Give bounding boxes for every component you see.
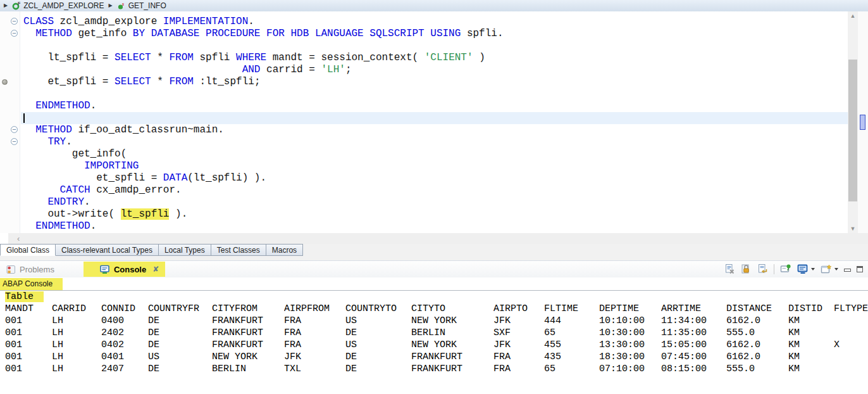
console-table-cell: FRA <box>493 351 544 363</box>
tab-console-label: Console <box>114 265 146 274</box>
code-line[interactable]: TRY. <box>21 136 848 148</box>
console-table-cell: KM <box>788 363 834 375</box>
display-selected-console-control[interactable] <box>797 264 815 274</box>
fold-collapse-icon[interactable]: − <box>11 18 18 25</box>
console-table-cell: 11:35:00 <box>661 327 726 339</box>
console-table-cell: 6162.0 <box>726 351 788 363</box>
vertical-scrollbar[interactable]: ▲ ▼ <box>848 11 858 233</box>
breadcrumb-item-class[interactable]: F ZCL_AMDP_EXPLORE <box>12 1 104 10</box>
vertical-scrollbar-thumb[interactable] <box>848 60 857 201</box>
console-table-header-row: MANDTCARRIDCONNIDCOUNTRYFRCITYFROMAIRPFR… <box>0 303 868 315</box>
console-table-cell: FRA <box>493 363 544 375</box>
console-table-cell: 07:45:00 <box>661 351 726 363</box>
console-table-row: 001LH0401USNEW YORKJFKDEFRANKFURTFRA4351… <box>0 351 868 363</box>
svg-text:F: F <box>18 1 21 6</box>
code-editor[interactable]: −−−− CLASS zcl_amdp_explore IMPLEMENTATI… <box>0 11 868 244</box>
console-table: MANDTCARRIDCONNIDCOUNTRYFRCITYFROMAIRPFR… <box>0 303 868 375</box>
fold-collapse-icon[interactable]: − <box>11 126 18 133</box>
fold-collapse-icon[interactable]: − <box>11 30 18 37</box>
code-line[interactable] <box>21 40 848 52</box>
code-line[interactable]: et_spfli = DATA(lt_spfli) ). <box>21 172 848 184</box>
fold-collapse-icon[interactable]: − <box>11 138 18 145</box>
console-table-cell: 10:30:00 <box>599 327 661 339</box>
breadcrumb: ▶ F ZCL_AMDP_EXPLORE ▶ s GET_INFO <box>0 0 868 12</box>
line-marker-dot-icon <box>2 79 8 85</box>
scroll-down-icon[interactable]: ▼ <box>848 224 858 233</box>
minimize-icon[interactable] <box>844 269 851 272</box>
cursor-position-marker[interactable] <box>860 115 865 130</box>
console-table-cell: 435 <box>544 351 599 363</box>
abap-method-icon: s <box>117 1 126 10</box>
code-area[interactable]: CLASS zcl_amdp_explore IMPLEMENTATION. M… <box>21 11 848 233</box>
code-line[interactable]: ENDTRY. <box>21 196 848 208</box>
console-table-cell: LH <box>52 339 101 351</box>
code-line[interactable]: out->write( lt_spfli ). <box>21 208 848 220</box>
close-icon[interactable]: ✘ <box>152 265 159 274</box>
console-table-cell: FRANKFURT <box>212 339 284 351</box>
code-line[interactable]: get_info( <box>21 148 848 160</box>
scroll-left-icon[interactable]: ‹ <box>17 233 20 244</box>
console-table-cell: 6162.0 <box>726 315 788 327</box>
show-console-on-output-icon[interactable] <box>757 264 768 274</box>
console-table-cell: US <box>148 351 212 363</box>
console-table-cell: KM <box>788 351 834 363</box>
console-icon <box>100 265 110 274</box>
console-table-cell: FRA <box>284 327 345 339</box>
code-line[interactable]: lt_spfli = SELECT * FROM spfli WHERE man… <box>21 52 848 64</box>
code-line[interactable]: et_spfli = SELECT * FROM :lt_spfli; <box>21 76 848 88</box>
scroll-up-icon[interactable]: ▲ <box>848 11 858 20</box>
console-output[interactable]: Table MANDTCARRIDCONNIDCOUNTRYFRCITYFROM… <box>0 291 868 394</box>
breadcrumb-item-method[interactable]: s GET_INFO <box>117 1 166 10</box>
chevron-right-icon[interactable]: ▶ <box>4 3 8 8</box>
console-table-cell: FRA <box>284 315 345 327</box>
open-console-icon[interactable] <box>821 264 832 274</box>
console-title-label: ABAP Console <box>0 278 63 290</box>
code-line[interactable] <box>21 112 848 124</box>
console-table-cell: LH <box>52 363 101 375</box>
code-line[interactable]: CATCH cx_amdp_error. <box>21 184 848 196</box>
scroll-lock-icon[interactable] <box>741 264 752 274</box>
console-table-cell: FRANKFURT <box>212 315 284 327</box>
tab-macros[interactable]: Macros <box>266 244 303 256</box>
tab-test-classes[interactable]: Test Classes <box>211 244 266 256</box>
horizontal-scrollbar[interactable]: ‹ <box>8 233 868 244</box>
tab-global-class[interactable]: Global Class <box>0 244 56 256</box>
code-line[interactable]: METHOD get_info BY DATABASE PROCEDURE FO… <box>21 28 848 40</box>
console-table-cell: BERLIN <box>212 363 284 375</box>
display-selected-console-icon[interactable] <box>797 264 809 274</box>
console-table-cell: 11:34:00 <box>661 315 726 327</box>
tab-local-types[interactable]: Local Types <box>159 244 211 256</box>
abap-class-icon: F <box>12 1 21 10</box>
chevron-down-icon[interactable] <box>811 268 815 270</box>
clear-console-icon[interactable] <box>724 264 735 274</box>
console-table-cell: 65 <box>544 327 599 339</box>
code-line[interactable]: IMPORTING <box>21 160 848 172</box>
console-output-title: Table <box>0 291 868 303</box>
open-console-control[interactable] <box>821 264 838 274</box>
chevron-down-icon[interactable] <box>834 268 838 270</box>
console-table-cell: 6162.0 <box>726 339 788 351</box>
code-line[interactable]: ENDMETHOD. <box>21 100 848 112</box>
tab-problems[interactable]: Problems <box>0 262 61 277</box>
console-table-cell: 0401 <box>101 351 148 363</box>
console-table-cell: DE <box>148 327 212 339</box>
console-table-cell: TXL <box>284 363 345 375</box>
console-table-cell: 10:10:00 <box>599 315 661 327</box>
console-table-cell: FRANKFURT <box>411 351 493 363</box>
console-table-cell: 455 <box>544 339 599 351</box>
maximize-icon[interactable] <box>857 266 863 272</box>
console-table-cell: 07:10:00 <box>599 363 661 375</box>
pin-console-icon[interactable] <box>780 264 791 274</box>
code-line[interactable]: AND carrid = 'LH'; <box>21 64 848 76</box>
code-line[interactable]: CLASS zcl_amdp_explore IMPLEMENTATION. <box>21 16 848 28</box>
tab-console[interactable]: Console ✘ <box>84 262 165 277</box>
tab-class-relevant-local-types[interactable]: Class-relevant Local Types <box>56 244 159 256</box>
console-table-cell: US <box>345 315 411 327</box>
chevron-right-icon[interactable]: ▶ <box>109 3 113 8</box>
code-line[interactable] <box>21 88 848 100</box>
code-line[interactable]: METHOD if_oo_adt_classrun~main. <box>21 124 848 136</box>
console-table-cell: 0400 <box>101 315 148 327</box>
console-table-row: 001LH0400DEFRANKFURTFRAUSNEW YORKJFK4441… <box>0 315 868 327</box>
code-line[interactable]: ENDMETHOD. <box>21 220 848 232</box>
console-table-cell: NEW YORK <box>411 339 493 351</box>
